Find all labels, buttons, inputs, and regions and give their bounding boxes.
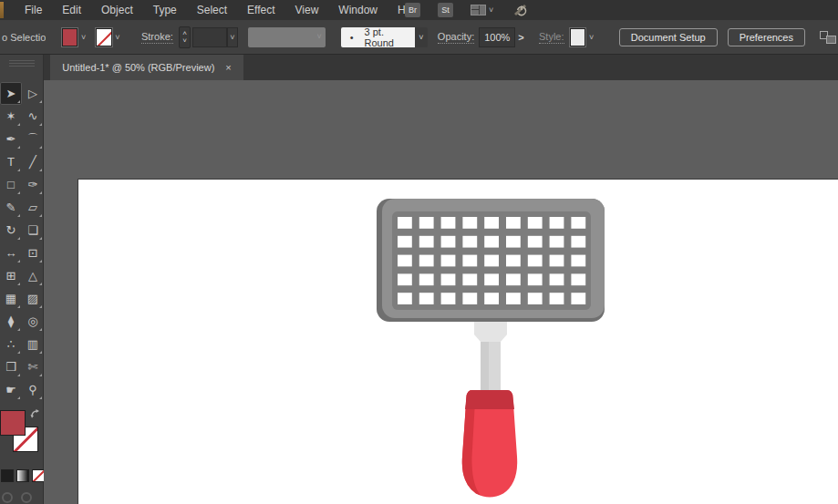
tool-line-segment[interactable]: ╱ [22,150,44,173]
tool-direct-selection[interactable]: ▷ [22,82,44,105]
stock-badge[interactable]: St [438,3,453,17]
tool-blend[interactable]: ◎ [22,310,44,333]
fill-color-chevron-icon[interactable]: ˅ [78,28,88,46]
toolbar-grip-icon[interactable] [9,59,35,67]
canvas-area[interactable] [44,80,838,504]
brush-definition-dropdown[interactable]: • 3 pt. Round [341,27,415,47]
document-setup-button[interactable]: Document Setup [619,28,718,46]
tool-gradient[interactable]: ▨ [22,287,44,310]
style-label[interactable]: Style: [539,31,564,44]
grid-hole [419,293,434,304]
eraser-icon: ▱ [28,201,37,214]
tool-shape-builder[interactable]: ⊞ [0,264,22,287]
mesh-icon: ▦ [5,292,16,305]
draw-behind-icon[interactable] [21,492,32,503]
grid-hole [462,236,477,248]
workspace-switcher-icon[interactable] [471,5,486,15]
gradient-mode-button[interactable] [16,469,29,482]
swap-fill-stroke-icon[interactable] [30,408,41,419]
grid-hole [441,293,456,304]
chevron-down-icon[interactable]: ˅ [489,6,493,15]
tool-eraser[interactable]: ▱ [22,196,44,219]
menu-item-view[interactable]: View [285,0,329,20]
tool-mesh[interactable]: ▦ [0,287,22,310]
bridge-badge[interactable]: Br [405,3,420,17]
tool-rectangle[interactable]: □ [0,173,22,196]
artwork-grill-masher[interactable] [44,80,838,504]
tools-panel: ➤▷✶∿✒⌒T╱□✑✎▱↻❏↔⊡⊞△▦▨⧫◎∴▥❒✄☛⚲ [0,80,44,504]
tool-pen[interactable]: ✒ [0,128,22,150]
tool-width[interactable]: ↔ [0,242,22,264]
style-swatch[interactable] [570,28,586,46]
stroke-weight-stepper[interactable]: ˄ ˅ [179,26,191,48]
grid-hole [484,293,499,304]
app-logo-icon [0,2,4,18]
stroke-color-chevron-icon[interactable]: ˅ [112,28,123,46]
opacity-label[interactable]: Opacity: [438,31,474,44]
flyout-indicator-icon [17,374,20,376]
document-tab[interactable]: Untitled-1* @ 50% (RGB/Preview) × [50,55,243,80]
tool-type[interactable]: T [0,150,22,173]
tool-pencil[interactable]: ✎ [0,196,22,219]
tool-column-graph[interactable]: ▥ [22,333,44,355]
opacity-input[interactable]: 100% [479,27,515,47]
grid-hole [398,236,412,248]
column-graph-icon: ▥ [27,337,38,351]
menu-item-file[interactable]: File [15,0,52,20]
none-mode-button[interactable] [32,469,45,482]
flyout-indicator-icon [39,123,42,126]
stepper-down-icon[interactable]: ˅ [182,37,187,45]
tool-hand[interactable]: ☛ [0,378,22,401]
tool-symbol-sprayer[interactable]: ∴ [0,333,22,355]
grid-hole [419,273,434,285]
menu-item-effect[interactable]: Effect [237,0,285,20]
tool-rotate[interactable]: ↻ [0,219,22,242]
menu-item-select[interactable]: Select [187,0,237,20]
tool-scale[interactable]: ❏ [22,219,44,242]
grid-hole [398,273,412,285]
grid-hole [506,293,521,304]
toolbar-header[interactable] [0,55,44,80]
tool-perspective-grid[interactable]: △ [22,264,44,287]
tool-curvature[interactable]: ⌒ [22,128,44,150]
menu-item-edit[interactable]: Edit [52,0,91,20]
fill-indicator-swatch[interactable] [0,410,26,436]
symbol-sprayer-icon: ∴ [7,337,15,351]
tool-paintbrush[interactable]: ✑ [22,173,44,196]
power-icon[interactable] [513,3,528,17]
arrange-documents-icon[interactable] [820,29,838,46]
tool-selection[interactable]: ➤ [0,82,22,105]
grid-hole [441,217,456,229]
brush-definition-chevron-icon[interactable]: ˅ [415,27,428,47]
tool-free-transform[interactable]: ⊡ [22,242,44,264]
stroke-color-swatch[interactable] [96,28,112,46]
tab-close-icon[interactable]: × [225,62,231,73]
tool-lasso[interactable]: ∿ [22,105,44,128]
draw-normal-icon[interactable] [2,492,13,503]
tool-zoom[interactable]: ⚲ [22,378,44,401]
grid-hole [462,273,477,285]
menu-items: FileEditObjectTypeSelectEffectViewWindow… [15,0,430,20]
style-chevron-icon[interactable]: ˅ [585,28,596,46]
color-mode-button[interactable] [1,469,14,482]
menu-item-type[interactable]: Type [143,0,187,20]
stroke-weight-chevron-icon[interactable]: ˅ [227,27,239,47]
tool-magic-wand[interactable]: ✶ [0,105,22,128]
flyout-indicator-icon [17,351,20,354]
stem-connector[interactable] [474,322,507,342]
preferences-button[interactable]: Preferences [728,28,805,46]
stroke-weight-input[interactable] [192,27,226,47]
grid-hole [550,293,564,304]
perspective-grid-icon: △ [28,269,37,283]
fill-color-swatch[interactable] [62,28,78,46]
menu-item-object[interactable]: Object [91,0,143,20]
pen-icon: ✒ [6,132,16,146]
opacity-expander-icon[interactable]: > [515,28,527,46]
menu-item-window[interactable]: Window [328,0,388,20]
tool-slice[interactable]: ✄ [22,355,44,378]
selection-status-label: o Selection [2,32,46,43]
tool-eyedropper[interactable]: ⧫ [0,310,22,333]
tool-artboard[interactable]: ❒ [0,355,22,378]
stroke-weight-label[interactable]: Stroke: [141,31,173,44]
grid-hole [528,217,543,229]
